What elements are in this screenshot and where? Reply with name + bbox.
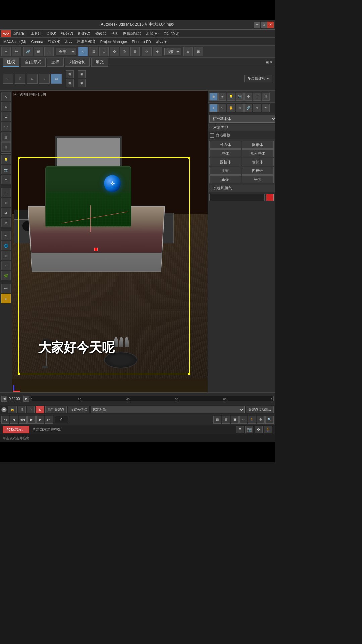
fill-dropdown[interactable]: ▾ [270,60,272,64]
lt-sphere-half[interactable]: ◕ [1,208,11,217]
lt-mesh[interactable]: ⊛ [1,251,11,260]
sub-btn-r1[interactable]: ⊡ [66,70,74,78]
lt-rotate[interactable]: ↻ [1,102,11,111]
lt-light[interactable]: 💡 [1,155,11,164]
menu-modifier[interactable]: 修改器 [93,30,108,37]
obj-box[interactable]: 长方体 [209,141,241,149]
menu-edit[interactable]: 编辑(E) [11,30,28,37]
key-filter-btn[interactable]: 关键点过滤器... [246,406,274,413]
menu-animation[interactable]: 动画 [109,30,120,37]
set-key-btn[interactable]: 设置关键点 [68,406,89,413]
menu-tools[interactable]: 工具(T) [28,30,45,37]
tab-modeling[interactable]: 建模 [3,58,19,67]
obj-cylinder[interactable]: 圆柱体 [209,158,241,166]
rp-icon-brush[interactable]: ✒ [262,104,270,112]
close-button[interactable]: ✕ [267,22,274,28]
toolbar-undo[interactable]: ↩ [1,47,11,56]
pb-key-mode[interactable]: ⊡ [213,416,221,424]
obj-pyramid[interactable]: 四棱锥 [242,167,274,175]
sub-btn-r2[interactable]: ⊟ [66,79,74,87]
menu-siwei[interactable]: 思维音教育 [75,38,98,45]
timeline-prev[interactable]: ◀ [1,396,7,402]
pb-next-frame[interactable]: ▶ [36,416,44,424]
obj-geosphere[interactable]: 几何球体 [242,149,274,157]
menu-corona[interactable]: Corona [29,39,45,44]
toolbar-view-dropdown[interactable]: 视图 [164,48,181,55]
toolbar-bind[interactable]: ≈ [44,47,54,56]
obj-plane[interactable]: 平面 [242,175,274,183]
tab-freeform[interactable]: 自由形式 [21,58,46,67]
3d-viewport[interactable]: [+] [透视] [明暗处理] [12,91,208,392]
lt-circle[interactable]: ○ [1,198,11,207]
menu-cloud-render[interactable]: 渲云 [63,38,74,45]
lt-arrow[interactable]: ↑ [1,261,11,270]
current-frame-input[interactable] [55,416,68,423]
status-walk-btn[interactable]: 🚶 [264,426,272,433]
obj-sphere[interactable]: 球体 [209,149,241,157]
pb-play-back[interactable]: ◀◀ [19,416,27,424]
obj-cone[interactable]: 圆锥体 [242,141,274,149]
menu-view[interactable]: 视图(V) [59,30,75,37]
sub-btn-hierarchy[interactable]: ▤ [51,74,62,84]
maximize-button[interactable]: □ [261,22,267,28]
toolbar-material[interactable]: ◈ [183,47,193,56]
sub-btn-3[interactable]: □ [27,74,38,84]
status-grid-btn[interactable]: ⊞ [236,426,244,433]
pb-zoom[interactable]: 🔍 [265,416,274,424]
toolbar-filter-dropdown[interactable]: 全部 [56,48,76,55]
status-camera-btn[interactable]: 📷 [245,426,253,433]
toolbar-select[interactable]: ↖ [78,47,88,56]
toolbar-link[interactable]: 🔗 [23,47,33,56]
lt-wave[interactable]: ⋀ [1,218,11,227]
rp-icon-sphere2[interactable]: ● [209,104,218,112]
menu-maxscript[interactable]: MAXScript(M) [1,39,28,44]
status-move-btn[interactable]: ✛ [255,426,263,433]
minimize-button[interactable]: ─ [254,22,260,28]
obj-tube[interactable]: 管状体 [242,158,274,166]
menu-create[interactable]: 创建(C) [76,30,92,37]
keyframe-x-btn[interactable]: ✕ [27,406,35,413]
lt-cloud[interactable]: ☁ [1,112,11,121]
pb-prev-frame[interactable]: ◀ [10,416,18,424]
toolbar-unlink[interactable]: ⛓ [34,47,43,56]
menu-qianyun[interactable]: 潜云库 [154,38,169,45]
toolbar-extra[interactable]: ⊞ [194,47,203,56]
rp-icon-light[interactable]: 💡 [227,93,235,101]
lt-select[interactable]: ↖ [1,92,11,101]
object-name-input[interactable] [209,194,265,201]
poly-dropdown-icon[interactable]: ▾ [267,76,269,81]
timeline-track[interactable]: 0 20 40 60 80 100 [31,396,274,401]
pb-walk[interactable]: 🚶 [248,416,256,424]
keyframe-target-dropdown[interactable]: 选定对象 [91,406,245,413]
lt-leaf[interactable]: 🌿 [1,271,11,280]
menu-phoenix[interactable]: Phoenix FD [130,39,153,44]
obj-torus[interactable]: 圆环 [209,167,241,175]
name-color-section-header[interactable]: - 名称和颜色 [208,185,275,192]
tab-object-paint[interactable]: 对象绘制 [65,58,90,67]
rp-icon-sphere[interactable]: ◉ [209,93,218,101]
rp-icon-camera[interactable]: 📷 [236,93,244,101]
menu-customize[interactable]: 自定义(U) [161,30,181,37]
lt-hf[interactable]: HF [1,284,11,293]
keyframe-settings-btn[interactable]: ⚙ [18,406,26,413]
lt-sphere-yellow[interactable]: ● [1,294,11,303]
poly-modeling-label[interactable]: 多边形建模 ▾ [244,75,272,82]
menu-render[interactable]: 渲染(R) [144,30,161,37]
lt-spline[interactable]: 〰 [1,122,11,131]
rp-icon-link2[interactable]: 🔗 [244,104,252,112]
pb-play[interactable]: ▶ [27,416,36,424]
tab-fill[interactable]: 填充 [91,58,108,67]
rp-icon-shape[interactable]: ◈ [218,93,226,101]
auto-key-indicator[interactable]: K [36,406,44,413]
rp-icon-move[interactable]: ↖ [218,104,226,112]
color-swatch[interactable] [266,194,274,201]
lt-paint[interactable]: ✒ [1,175,11,184]
pb-goto-start[interactable]: ⏮ [1,416,9,424]
tab-select[interactable]: 选择 [47,58,64,67]
pb-viewport-cfg[interactable]: ▣ [231,416,239,424]
menu-graph-editor[interactable]: 图形编辑器 [121,30,143,37]
rp-icon-hand[interactable]: ✋ [227,104,235,112]
rp-icon-helper[interactable]: ✚ [244,93,252,101]
pb-fly[interactable]: ✈ [257,416,265,424]
rp-icon-space[interactable]: ∷ [253,93,261,101]
